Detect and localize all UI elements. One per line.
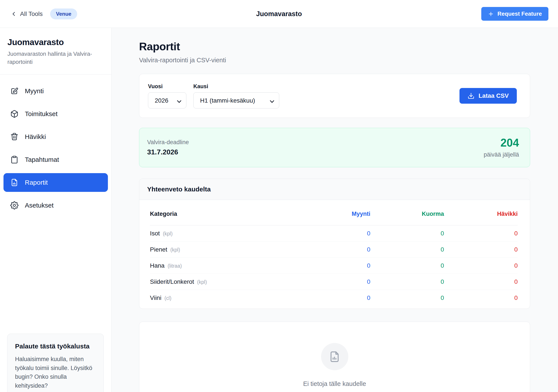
download-csv-label: Lataa CSV <box>479 92 509 99</box>
sidebar-item-raportit[interactable]: Raportit <box>3 173 108 192</box>
sidebar-item-toimitukset[interactable]: Toimitukset <box>3 104 108 123</box>
category-unit: (kpl) <box>163 231 173 237</box>
year-select[interactable]: 2026 <box>148 92 186 109</box>
category-unit: (kpl) <box>170 247 180 253</box>
cell-kuorma: 0 <box>370 262 444 269</box>
year-filter-group: Vuosi 2026 <box>148 83 186 109</box>
download-csv-button[interactable]: Lataa CSV <box>460 88 517 104</box>
summary-card-header: Yhteenveto kaudelta <box>139 179 530 200</box>
main-content: Raportit Valvira-raportointi ja CSV-vien… <box>112 28 558 392</box>
category-unit: (litraa) <box>168 263 182 269</box>
cell-myynti: 0 <box>297 294 370 301</box>
topbar: All Tools Venue Juomavarasto Request Fea… <box>0 0 558 28</box>
back-label: All Tools <box>20 10 43 17</box>
row-category: Siiderit/Lonkerot (kpl) <box>150 278 297 285</box>
row-category: Pienet (kpl) <box>150 246 297 253</box>
sidebar-item-label: Asetukset <box>25 202 54 209</box>
page-title: Raportit <box>139 40 530 53</box>
table-row: Siiderit/Lonkerot (kpl) 0 0 0 <box>150 274 518 290</box>
sidebar-subtitle: Juomavaraston hallinta ja Valvira-raport… <box>7 50 104 66</box>
sidebar-item-label: Hävikki <box>25 133 46 140</box>
row-category: Hana (litraa) <box>150 262 297 269</box>
period-filter-group: Kausi H1 (tammi-kesäkuu) <box>193 83 279 109</box>
chevron-left-icon <box>10 11 17 17</box>
cell-myynti: 0 <box>297 246 370 253</box>
clipboard-icon <box>10 155 18 164</box>
cell-havikki: 0 <box>444 230 518 237</box>
deadline-days-label: päivää jäljellä <box>484 151 519 158</box>
row-category: Isot (kpl) <box>150 230 297 237</box>
cell-myynti: 0 <box>297 230 370 237</box>
deadline-label: Valvira-deadline <box>147 139 189 146</box>
category-unit: (kpl) <box>197 279 207 285</box>
sidebar: Juomavarasto Juomavaraston hallinta ja V… <box>0 28 112 392</box>
deadline-card: Valvira-deadline 31.7.2026 204 päivää jä… <box>139 128 530 167</box>
category-unit: (cl) <box>164 295 171 301</box>
cell-kuorma: 0 <box>370 230 444 237</box>
table-row: Isot (kpl) 0 0 0 <box>150 225 518 241</box>
summary-title: Yhteenveto kaudelta <box>147 186 522 193</box>
box-icon <box>10 110 18 118</box>
cell-havikki: 0 <box>444 246 518 253</box>
summary-table-header-row: Kategoria Myynti Kuorma Hävikki <box>150 203 518 225</box>
sidebar-nav: Myynti Toimitukset Hävikki Tapahtumat <box>0 75 111 222</box>
column-header-kuorma: Kuorma <box>370 211 444 217</box>
back-button[interactable]: All Tools <box>10 10 43 17</box>
app-title: Juomavarasto <box>256 10 302 18</box>
table-row: Hana (litraa) 0 0 0 <box>150 258 518 274</box>
category-name: Siiderit/Lonkerot <box>150 278 194 285</box>
request-feature-button[interactable]: Request Feature <box>481 7 549 21</box>
deadline-left: Valvira-deadline 31.7.2026 <box>147 139 189 156</box>
plus-icon <box>488 11 494 17</box>
cell-myynti: 0 <box>297 278 370 285</box>
sidebar-item-label: Raportit <box>25 179 48 186</box>
sidebar-item-asetukset[interactable]: Asetukset <box>3 196 108 215</box>
cell-havikki: 0 <box>444 262 518 269</box>
empty-state-icon-circle <box>321 343 348 370</box>
period-label: Kausi <box>193 83 279 90</box>
report-icon <box>10 178 18 187</box>
sidebar-item-label: Toimitukset <box>25 110 58 118</box>
period-select[interactable]: H1 (tammi-kesäkuu) <box>193 92 279 109</box>
column-header-kategoria: Kategoria <box>150 211 297 217</box>
cell-myynti: 0 <box>297 262 370 269</box>
sidebar-header: Juomavarasto Juomavaraston hallinta ja V… <box>0 28 111 75</box>
gear-icon <box>10 201 18 210</box>
feedback-body: Haluaisimme kuulla, miten työkalu toimii… <box>15 355 96 390</box>
empty-state-card: Ei tietoja tälle kaudelle <box>139 322 530 392</box>
deadline-date: 31.7.2026 <box>147 148 189 156</box>
cell-havikki: 0 <box>444 294 518 301</box>
row-category: Viini (cl) <box>150 294 297 301</box>
category-name: Isot <box>150 230 160 237</box>
sidebar-item-label: Myynti <box>25 87 44 95</box>
category-name: Hana <box>150 262 165 269</box>
trash-icon <box>10 133 18 141</box>
table-row: Viini (cl) 0 0 0 <box>150 290 518 306</box>
sidebar-item-label: Tapahtumat <box>25 156 59 163</box>
cell-kuorma: 0 <box>370 294 444 301</box>
cell-havikki: 0 <box>444 278 518 285</box>
summary-table: Kategoria Myynti Kuorma Hävikki Isot (kp… <box>139 200 530 309</box>
feedback-title: Palaute tästä työkalusta <box>15 342 96 350</box>
category-name: Pienet <box>150 246 167 253</box>
deadline-days-remaining: 204 <box>484 137 519 148</box>
column-header-myynti: Myynti <box>297 211 370 217</box>
table-row: Pienet (kpl) 0 0 0 <box>150 241 518 258</box>
category-name: Viini <box>150 294 161 301</box>
cell-kuorma: 0 <box>370 246 444 253</box>
sidebar-title: Juomavarasto <box>7 37 104 47</box>
edit-icon <box>10 87 18 95</box>
report-icon <box>329 351 341 363</box>
summary-card: Yhteenveto kaudelta Kategoria Myynti Kuo… <box>139 179 530 309</box>
sidebar-item-myynti[interactable]: Myynti <box>3 82 108 100</box>
download-icon <box>468 92 474 99</box>
empty-state-message: Ei tietoja tälle kaudelle <box>303 380 366 387</box>
sidebar-item-havikki[interactable]: Hävikki <box>3 128 108 146</box>
sidebar-item-tapahtumat[interactable]: Tapahtumat <box>3 150 108 169</box>
request-feature-label: Request Feature <box>497 10 542 17</box>
column-header-havikki: Hävikki <box>444 211 518 217</box>
filters-card: Vuosi 2026 Kausi H1 (tammi-kesäkuu) <box>139 74 530 118</box>
page-subtitle: Valvira-raportointi ja CSV-vienti <box>139 57 530 64</box>
cell-kuorma: 0 <box>370 278 444 285</box>
venue-badge[interactable]: Venue <box>50 9 77 19</box>
